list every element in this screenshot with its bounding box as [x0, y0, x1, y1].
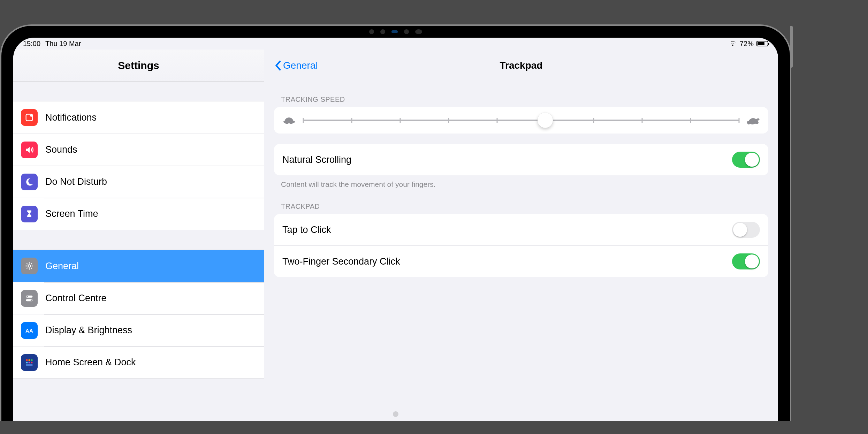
- sidebar-item-controlcentre[interactable]: Control Centre: [13, 282, 264, 314]
- trackpad-section-header: TRACKPAD: [274, 189, 768, 214]
- natural-scrolling-card: Natural Scrolling: [274, 144, 768, 175]
- status-time: 15:00: [23, 40, 40, 48]
- detail-header: General Trackpad: [264, 50, 778, 82]
- natural-scrolling-row: Natural Scrolling: [274, 144, 768, 175]
- svg-point-2: [28, 265, 31, 267]
- svg-point-6: [31, 299, 32, 301]
- moon-icon: [21, 174, 38, 190]
- svg-rect-13: [31, 361, 33, 363]
- sidebar-item-homescreen[interactable]: Home Screen & Dock: [13, 346, 264, 378]
- two-finger-label: Two-Finger Secondary Click: [282, 256, 732, 267]
- tracking-speed-header: TRACKING SPEED: [274, 82, 768, 107]
- aa-icon: AA: [21, 322, 38, 339]
- detail-title: Trackpad: [264, 60, 778, 71]
- bell-icon: [21, 109, 38, 126]
- tortoise-icon: [282, 115, 296, 125]
- svg-point-1: [30, 114, 32, 117]
- svg-rect-9: [29, 359, 30, 361]
- sidebar-item-dnd[interactable]: Do Not Disturb: [13, 166, 264, 198]
- sidebar-item-label: Control Centre: [45, 293, 107, 304]
- status-battery-pct: 72%: [740, 40, 754, 48]
- status-date: Thu 19 Mar: [45, 40, 81, 48]
- chevron-left-icon: [274, 60, 282, 71]
- natural-scrolling-note: Content will track the movement of your …: [274, 175, 768, 189]
- svg-rect-14: [26, 364, 33, 366]
- tracking-speed-card: [274, 107, 768, 134]
- sidebar-item-screentime[interactable]: Screen Time: [13, 198, 264, 230]
- sidebar-item-label: Display & Brightness: [45, 325, 132, 336]
- home-indicator: [393, 411, 398, 417]
- two-finger-switch[interactable]: [732, 253, 760, 269]
- sidebar-item-general[interactable]: General: [13, 250, 264, 282]
- wifi-icon: [729, 40, 737, 48]
- back-button[interactable]: General: [274, 60, 318, 71]
- switches-icon: [21, 290, 38, 307]
- natural-scrolling-label: Natural Scrolling: [282, 154, 732, 165]
- sidebar-item-label: Sounds: [45, 144, 77, 155]
- tap-to-click-switch[interactable]: [732, 222, 760, 238]
- grid-icon: [21, 354, 38, 371]
- slider-knob[interactable]: [538, 113, 553, 128]
- svg-rect-11: [26, 361, 28, 363]
- svg-rect-12: [29, 361, 30, 363]
- status-bar: 15:00 Thu 19 Mar 72%: [13, 38, 778, 50]
- speaker-icon: [21, 142, 38, 158]
- sidebar-item-label: Notifications: [45, 112, 97, 123]
- detail-pane: General Trackpad TRACKING SPEED: [264, 50, 778, 421]
- gear-icon: [21, 258, 38, 274]
- screen: 15:00 Thu 19 Mar 72% Settings: [13, 38, 778, 421]
- device-camera: [1, 26, 790, 38]
- sidebar-item-label: General: [45, 261, 79, 272]
- natural-scrolling-switch[interactable]: [732, 152, 760, 168]
- hourglass-icon: [21, 206, 38, 222]
- trackpad-card: Tap to Click Two-Finger Secondary Click: [274, 214, 768, 277]
- device-side-button: [790, 26, 793, 68]
- svg-point-4: [26, 296, 28, 297]
- hare-icon: [746, 115, 760, 125]
- device-frame: 15:00 Thu 19 Mar 72% Settings: [0, 24, 791, 421]
- sidebar-item-label: Screen Time: [45, 208, 98, 219]
- svg-rect-10: [31, 359, 33, 361]
- back-label: General: [283, 60, 318, 71]
- two-finger-row: Two-Finger Secondary Click: [274, 245, 768, 277]
- sidebar-item-display[interactable]: AADisplay & Brightness: [13, 314, 264, 346]
- sidebar-item-sounds[interactable]: Sounds: [13, 134, 264, 166]
- settings-sidebar: Settings NotificationsSoundsDo Not Distu…: [13, 50, 264, 421]
- svg-text:AA: AA: [25, 327, 33, 333]
- sidebar-item-notifications[interactable]: Notifications: [13, 101, 264, 134]
- tracking-speed-slider[interactable]: [303, 113, 739, 127]
- svg-rect-8: [26, 359, 28, 361]
- sidebar-title: Settings: [13, 50, 264, 82]
- tap-to-click-label: Tap to Click: [282, 224, 732, 235]
- tap-to-click-row: Tap to Click: [274, 214, 768, 245]
- sidebar-item-label: Home Screen & Dock: [45, 357, 136, 368]
- battery-icon: [756, 41, 768, 46]
- sidebar-item-label: Do Not Disturb: [45, 176, 107, 187]
